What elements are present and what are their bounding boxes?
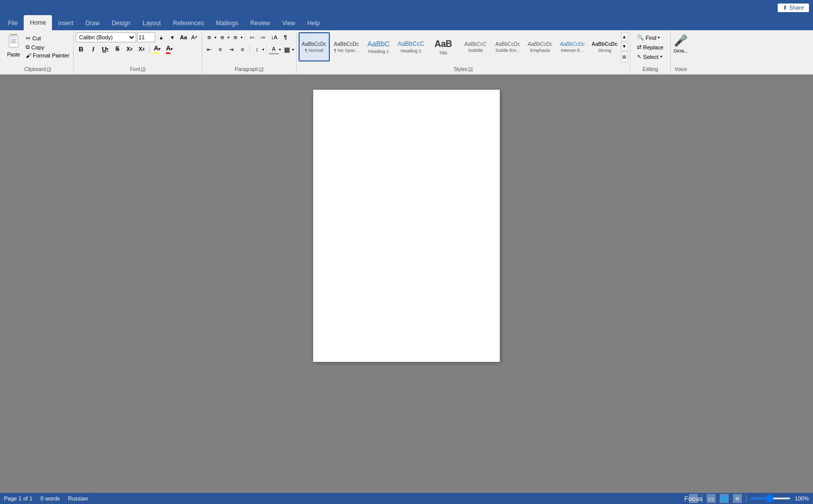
replace-button[interactable]: ⇄ Replace — [635, 43, 665, 51]
underline-button[interactable]: U▾ — [100, 43, 111, 54]
svg-rect-3 — [11, 39, 17, 40]
svg-rect-5 — [11, 42, 17, 43]
cut-icon: ✂ — [26, 35, 31, 42]
share-button[interactable]: ⬆ Share — [778, 4, 809, 12]
styles-scroll-down-button[interactable]: ▼ — [621, 42, 628, 51]
share-icon: ⬆ — [783, 5, 787, 11]
dictate-label: Dicta... — [674, 48, 688, 53]
style-subtle-em[interactable]: AaBbCcDc Subtle Em... — [492, 32, 524, 61]
tab-mailings[interactable]: Mailings — [210, 16, 244, 30]
justify-button[interactable]: ≡ — [238, 44, 248, 54]
style-strong-label: Strong — [598, 48, 611, 53]
line-spacing-button[interactable]: ↕ — [252, 44, 262, 54]
font-family-select[interactable]: Calibri (Body) — [76, 32, 136, 42]
multilevel-button[interactable]: ≡ — [230, 32, 241, 42]
style-emphasis[interactable]: AaBbCcDc Emphasis — [525, 32, 556, 61]
paste-button[interactable]: Paste — [4, 32, 23, 58]
tab-insert[interactable]: Insert — [52, 16, 79, 30]
align-left-button[interactable]: ⇤ — [204, 44, 214, 54]
styles-more-button[interactable]: ⊞ — [621, 51, 628, 62]
style-normal[interactable]: AaBbCcDc ¶ Normal — [299, 32, 330, 61]
ribbon-tabs: File Home Insert Draw Design Layout Refe… — [0, 15, 813, 30]
ribbon: Paste ✂ Cut ⧉ Copy 🖌 Format Painter Clip… — [0, 30, 813, 75]
zoom-slider[interactable] — [750, 497, 791, 499]
voice-group: 🎤 Dicta... Voice — [671, 31, 691, 73]
web-layout-button[interactable]: 🌐 — [720, 494, 729, 503]
font-size-input[interactable] — [137, 32, 155, 42]
align-right-button[interactable]: ⇥ — [226, 44, 237, 54]
document-page[interactable] — [313, 90, 500, 362]
italic-button[interactable]: I — [88, 43, 99, 54]
style-no-spacing-preview: AaBbCcDc — [334, 41, 359, 47]
superscript-button[interactable]: X2 — [136, 43, 147, 54]
tab-file[interactable]: File — [2, 16, 24, 30]
increase-indent-button[interactable]: ⇨ — [258, 32, 268, 42]
svg-rect-2 — [9, 35, 18, 38]
outline-view-button[interactable]: ≡ — [733, 494, 742, 503]
font-expand-icon[interactable] — [141, 68, 145, 72]
print-layout-icon: ▭ — [708, 495, 714, 502]
style-heading2-label: Heading 2 — [400, 48, 421, 53]
style-no-spacing[interactable]: AaBbCcDc ¶ No Spac... — [331, 32, 362, 61]
find-button[interactable]: 🔍 Find ▾ — [635, 33, 665, 42]
cut-button[interactable]: ✂ Cut — [24, 34, 71, 42]
show-formatting-button[interactable]: ¶ — [280, 32, 291, 42]
clipboard-expand-icon[interactable] — [47, 68, 51, 72]
styles-gallery: AaBbCcDc ¶ Normal AaBbCcDc ¶ No Spac... … — [299, 32, 620, 61]
status-divider2 — [746, 494, 746, 502]
style-strong[interactable]: AaBbCcDc Strong — [589, 32, 620, 61]
shading-button[interactable]: A — [269, 44, 279, 54]
style-subtitle[interactable]: AaBbCcC Subtitle — [460, 32, 491, 61]
web-layout-icon: 🌐 — [720, 495, 728, 502]
styles-group: AaBbCcDc ¶ Normal AaBbCcDc ¶ No Spac... … — [297, 31, 630, 73]
tab-view[interactable]: View — [276, 16, 302, 30]
format-painter-icon: 🖌 — [26, 52, 31, 58]
bullets-button[interactable]: ≡ — [204, 32, 214, 42]
change-case-button[interactable]: Aa — [179, 32, 189, 42]
style-title-label: Title — [439, 50, 447, 55]
style-heading1-preview: AaBbC — [368, 40, 390, 48]
bold-button[interactable]: B — [76, 43, 87, 54]
styles-expand-icon[interactable] — [469, 68, 473, 72]
tab-review[interactable]: Review — [244, 16, 276, 30]
style-title[interactable]: AaB Title — [428, 32, 459, 61]
page-info: Page 1 of 1 — [4, 495, 32, 501]
text-highlight-button[interactable]: A ▾ — [152, 43, 163, 54]
style-strong-preview: AaBbCcDc — [592, 41, 618, 47]
decrease-indent-button[interactable]: ⇦ — [247, 32, 257, 42]
style-heading2[interactable]: AaBbCcC Heading 2 — [395, 32, 427, 61]
format-painter-button[interactable]: 🖌 Format Painter — [24, 52, 71, 59]
shrink-font-button[interactable]: ▼ — [167, 32, 178, 42]
font-group: Calibri (Body) ▲ ▼ Aa A✗ B I U▾ S X2 X2 … — [74, 31, 202, 73]
paste-icon — [6, 33, 21, 52]
style-title-preview: AaB — [434, 39, 452, 49]
styles-scroll-up-button[interactable]: ▲ — [621, 32, 628, 41]
text-color-button[interactable]: A ▾ — [164, 43, 175, 54]
tab-references[interactable]: References — [167, 16, 210, 30]
style-heading1[interactable]: AaBbC Heading 1 — [363, 32, 394, 61]
style-intense-e[interactable]: AaBbCcDc Intense E... — [557, 32, 588, 61]
styles-scroll: ▲ ▼ ⊞ — [621, 32, 628, 62]
tab-help[interactable]: Help — [301, 16, 326, 30]
grow-font-button[interactable]: ▲ — [156, 32, 166, 42]
tab-home[interactable]: Home — [24, 15, 52, 30]
focus-button[interactable]: Focus — [689, 494, 698, 503]
paragraph-expand-icon[interactable] — [259, 68, 263, 72]
sort-button[interactable]: ↕A — [269, 32, 279, 42]
tab-layout[interactable]: Layout — [137, 16, 167, 30]
status-divider — [702, 494, 703, 502]
copy-button[interactable]: ⧉ Copy — [24, 43, 71, 51]
align-center-button[interactable]: ≡ — [215, 44, 225, 54]
select-button[interactable]: ↖ Select ▾ — [635, 52, 665, 61]
style-heading2-preview: AaBbCcC — [397, 40, 424, 47]
strikethrough-button[interactable]: S — [112, 43, 123, 54]
numbering-button[interactable]: ≡ — [217, 32, 227, 42]
tab-draw[interactable]: Draw — [79, 16, 105, 30]
subscript-button[interactable]: X2 — [124, 43, 135, 54]
style-normal-label: ¶ Normal — [305, 48, 323, 53]
tab-design[interactable]: Design — [105, 16, 136, 30]
borders-button[interactable]: ▦ — [282, 44, 292, 54]
focus-label: Focus — [684, 495, 703, 502]
print-layout-button[interactable]: ▭ — [707, 494, 716, 503]
clear-format-button[interactable]: A✗ — [190, 32, 200, 42]
